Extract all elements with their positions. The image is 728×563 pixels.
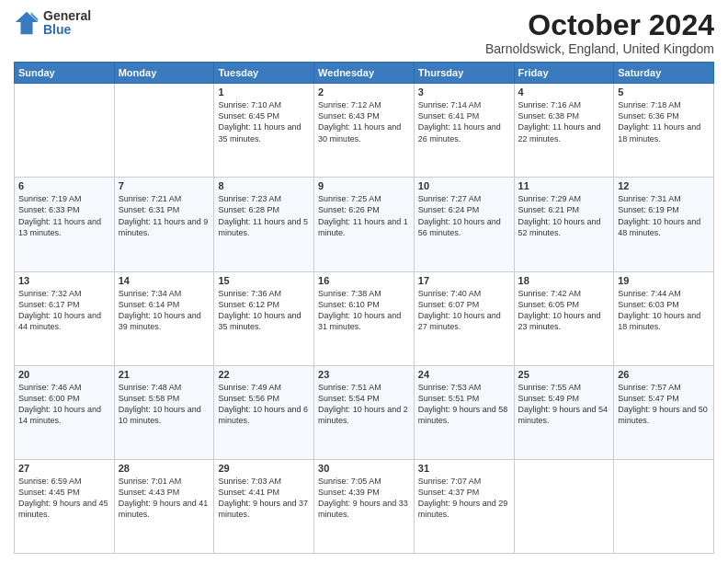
header-row: SundayMondayTuesdayWednesdayThursdayFrid… <box>15 63 714 84</box>
calendar-cell: 13Sunrise: 7:32 AM Sunset: 6:17 PM Dayli… <box>15 271 115 365</box>
cell-content: Sunrise: 7:18 AM Sunset: 6:36 PM Dayligh… <box>618 99 710 144</box>
day-number: 28 <box>119 463 210 474</box>
day-number: 8 <box>218 180 310 191</box>
calendar-cell: 23Sunrise: 7:51 AM Sunset: 5:54 PM Dayli… <box>314 365 415 459</box>
day-number: 22 <box>218 369 310 380</box>
calendar-cell: 7Sunrise: 7:21 AM Sunset: 6:31 PM Daylig… <box>114 178 214 271</box>
cell-content: Sunrise: 7:27 AM Sunset: 6:24 PM Dayligh… <box>418 193 510 238</box>
logo-blue: Blue <box>43 23 91 37</box>
cell-content: Sunrise: 7:42 AM Sunset: 6:05 PM Dayligh… <box>518 288 610 333</box>
cell-content: Sunrise: 7:36 AM Sunset: 6:12 PM Dayligh… <box>218 288 310 333</box>
calendar-cell: 4Sunrise: 7:16 AM Sunset: 6:38 PM Daylig… <box>514 84 614 178</box>
calendar-cell: 21Sunrise: 7:48 AM Sunset: 5:58 PM Dayli… <box>114 365 214 459</box>
week-row-3: 13Sunrise: 7:32 AM Sunset: 6:17 PM Dayli… <box>15 271 714 365</box>
day-number: 27 <box>18 463 110 474</box>
day-number: 13 <box>18 275 110 286</box>
calendar-cell: 30Sunrise: 7:05 AM Sunset: 4:39 PM Dayli… <box>314 459 415 553</box>
day-number: 7 <box>119 180 210 191</box>
day-header-thursday: Thursday <box>414 63 514 84</box>
calendar-cell: 29Sunrise: 7:03 AM Sunset: 4:41 PM Dayli… <box>214 459 314 553</box>
calendar-cell <box>614 459 714 553</box>
calendar-cell: 10Sunrise: 7:27 AM Sunset: 6:24 PM Dayli… <box>414 178 514 271</box>
calendar-cell: 1Sunrise: 7:10 AM Sunset: 6:45 PM Daylig… <box>214 84 314 178</box>
title-block: October 2024 Barnoldswick, England, Unit… <box>485 9 714 56</box>
calendar-cell <box>114 84 214 178</box>
cell-content: Sunrise: 7:19 AM Sunset: 6:33 PM Dayligh… <box>18 193 110 238</box>
cell-content: Sunrise: 7:16 AM Sunset: 6:38 PM Dayligh… <box>518 99 610 144</box>
day-number: 31 <box>418 463 510 474</box>
day-number: 23 <box>318 369 410 380</box>
day-number: 20 <box>18 369 110 380</box>
logo-text: General Blue <box>43 9 91 38</box>
cell-content: Sunrise: 7:40 AM Sunset: 6:07 PM Dayligh… <box>418 288 510 333</box>
cell-content: Sunrise: 7:34 AM Sunset: 6:14 PM Dayligh… <box>119 288 210 333</box>
day-number: 9 <box>318 180 410 191</box>
calendar-cell: 5Sunrise: 7:18 AM Sunset: 6:36 PM Daylig… <box>614 84 714 178</box>
page: General Blue October 2024 Barnoldswick, … <box>0 0 728 563</box>
day-number: 14 <box>119 275 210 286</box>
day-number: 15 <box>218 275 310 286</box>
day-header-sunday: Sunday <box>15 63 115 84</box>
calendar-cell: 6Sunrise: 7:19 AM Sunset: 6:33 PM Daylig… <box>15 178 115 271</box>
cell-content: Sunrise: 7:03 AM Sunset: 4:41 PM Dayligh… <box>218 476 310 521</box>
calendar-cell: 16Sunrise: 7:38 AM Sunset: 6:10 PM Dayli… <box>314 271 415 365</box>
day-number: 5 <box>618 86 710 98</box>
month-title: October 2024 <box>485 9 714 41</box>
day-number: 26 <box>618 369 710 380</box>
cell-content: Sunrise: 7:31 AM Sunset: 6:19 PM Dayligh… <box>618 193 710 238</box>
cell-content: Sunrise: 7:10 AM Sunset: 6:45 PM Dayligh… <box>218 99 310 144</box>
calendar-cell: 8Sunrise: 7:23 AM Sunset: 6:28 PM Daylig… <box>214 178 314 271</box>
cell-content: Sunrise: 7:12 AM Sunset: 6:43 PM Dayligh… <box>318 99 410 144</box>
day-number: 18 <box>518 275 610 286</box>
header: General Blue October 2024 Barnoldswick, … <box>14 9 714 56</box>
day-header-saturday: Saturday <box>614 63 714 84</box>
day-number: 2 <box>318 86 410 98</box>
cell-content: Sunrise: 7:53 AM Sunset: 5:51 PM Dayligh… <box>418 382 510 427</box>
cell-content: Sunrise: 7:14 AM Sunset: 6:41 PM Dayligh… <box>418 99 510 144</box>
calendar-cell: 26Sunrise: 7:57 AM Sunset: 5:47 PM Dayli… <box>614 365 714 459</box>
cell-content: Sunrise: 6:59 AM Sunset: 4:45 PM Dayligh… <box>18 476 110 521</box>
calendar-cell: 22Sunrise: 7:49 AM Sunset: 5:56 PM Dayli… <box>214 365 314 459</box>
cell-content: Sunrise: 7:29 AM Sunset: 6:21 PM Dayligh… <box>518 193 610 238</box>
day-header-tuesday: Tuesday <box>214 63 314 84</box>
day-number: 4 <box>518 86 610 98</box>
cell-content: Sunrise: 7:23 AM Sunset: 6:28 PM Dayligh… <box>218 193 310 238</box>
calendar-cell: 28Sunrise: 7:01 AM Sunset: 4:43 PM Dayli… <box>114 459 214 553</box>
calendar-cell: 9Sunrise: 7:25 AM Sunset: 6:26 PM Daylig… <box>314 178 415 271</box>
cell-content: Sunrise: 7:32 AM Sunset: 6:17 PM Dayligh… <box>18 288 110 333</box>
calendar-cell <box>514 459 614 553</box>
calendar-cell: 24Sunrise: 7:53 AM Sunset: 5:51 PM Dayli… <box>414 365 514 459</box>
day-number: 6 <box>18 180 110 191</box>
cell-content: Sunrise: 7:55 AM Sunset: 5:49 PM Dayligh… <box>518 382 610 427</box>
cell-content: Sunrise: 7:57 AM Sunset: 5:47 PM Dayligh… <box>618 382 710 427</box>
day-number: 16 <box>318 275 410 286</box>
day-number: 10 <box>418 180 510 191</box>
logo-icon <box>14 10 40 36</box>
cell-content: Sunrise: 7:21 AM Sunset: 6:31 PM Dayligh… <box>119 193 210 238</box>
cell-content: Sunrise: 7:46 AM Sunset: 6:00 PM Dayligh… <box>18 382 110 427</box>
cell-content: Sunrise: 7:49 AM Sunset: 5:56 PM Dayligh… <box>218 382 310 427</box>
day-header-friday: Friday <box>514 63 614 84</box>
cell-content: Sunrise: 7:05 AM Sunset: 4:39 PM Dayligh… <box>318 476 410 521</box>
cell-content: Sunrise: 7:48 AM Sunset: 5:58 PM Dayligh… <box>119 382 210 427</box>
day-number: 1 <box>218 86 310 98</box>
day-number: 24 <box>418 369 510 380</box>
cell-content: Sunrise: 7:38 AM Sunset: 6:10 PM Dayligh… <box>318 288 410 333</box>
calendar-cell: 18Sunrise: 7:42 AM Sunset: 6:05 PM Dayli… <box>514 271 614 365</box>
calendar-cell: 3Sunrise: 7:14 AM Sunset: 6:41 PM Daylig… <box>414 84 514 178</box>
calendar-cell <box>15 84 115 178</box>
day-number: 29 <box>218 463 310 474</box>
calendar-cell: 2Sunrise: 7:12 AM Sunset: 6:43 PM Daylig… <box>314 84 415 178</box>
day-header-wednesday: Wednesday <box>314 63 415 84</box>
cell-content: Sunrise: 7:07 AM Sunset: 4:37 PM Dayligh… <box>418 476 510 521</box>
logo-general: General <box>43 9 91 23</box>
calendar-cell: 27Sunrise: 6:59 AM Sunset: 4:45 PM Dayli… <box>15 459 115 553</box>
day-number: 11 <box>518 180 610 191</box>
day-header-monday: Monday <box>114 63 214 84</box>
cell-content: Sunrise: 7:01 AM Sunset: 4:43 PM Dayligh… <box>119 476 210 521</box>
calendar-cell: 12Sunrise: 7:31 AM Sunset: 6:19 PM Dayli… <box>614 178 714 271</box>
logo: General Blue <box>14 9 91 38</box>
calendar-cell: 19Sunrise: 7:44 AM Sunset: 6:03 PM Dayli… <box>614 271 714 365</box>
week-row-5: 27Sunrise: 6:59 AM Sunset: 4:45 PM Dayli… <box>15 459 714 553</box>
calendar-cell: 31Sunrise: 7:07 AM Sunset: 4:37 PM Dayli… <box>414 459 514 553</box>
